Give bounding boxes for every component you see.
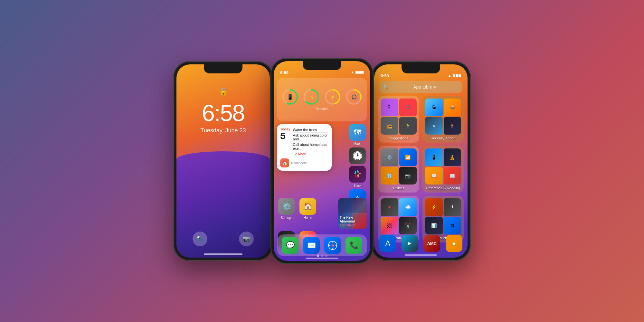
radio-mini: 📻 [381, 117, 398, 135]
podcasts-mini: 🎙 [381, 99, 398, 116]
home-app[interactable]: 🏠 Home [298, 198, 317, 220]
news-mini: 📰 [444, 167, 461, 185]
onepwd-mini: 1 [444, 198, 461, 216]
settings-mini: ⚙️ [381, 148, 398, 166]
music-note-icon: ♪ [363, 200, 365, 204]
appstore-lib-icon: A [379, 235, 396, 252]
lib-status-icons: ▲ ◼◼◼ [448, 73, 461, 78]
batteries-widget: 📱 ✏️ [277, 78, 367, 121]
reeder-lib-icon: ★ [446, 235, 462, 252]
primevideo-lib-app[interactable]: ► [400, 235, 420, 252]
battery-circle-3: ⚡ [324, 89, 341, 105]
folder-reference[interactable]: 📱 🧘 📖 📰 Reference & Reading [422, 146, 464, 193]
mail-dock-app[interactable]: ✉️ [302, 237, 321, 254]
home-bar-middle [306, 258, 338, 259]
lock-time: 6:58 [176, 100, 270, 126]
utilities-label: Utilities [381, 186, 417, 190]
messages-dock-icon: 💬 [282, 237, 298, 254]
reeder-lib-app[interactable]: ★ [444, 235, 464, 252]
weather-mini: 🌤 [425, 99, 443, 116]
icloud-mini: ☁️ [399, 198, 417, 216]
battery-icon-4: 🎧 [351, 94, 357, 99]
wifi-mini: 📶 [399, 148, 417, 166]
reference-apps: 📱 🧘 📖 📰 [425, 148, 461, 185]
home-bar-right [405, 254, 437, 256]
books-mini: 📖 [425, 167, 443, 185]
slack-icon [349, 166, 366, 183]
lock-bottom-icons: 🔦 📷 [176, 232, 270, 246]
maps-app[interactable]: 🗺 Maps [348, 124, 367, 146]
scissors-mini: ✂️ [399, 217, 417, 235]
album-q1 [338, 198, 353, 213]
utilities-apps: ⚙️ 📶 🔢 📷 [381, 148, 417, 185]
fitness2-mini: 🏃 [444, 117, 461, 135]
camera-mini: 📷 [399, 167, 417, 185]
clock-icon-img [349, 147, 366, 164]
applibrary-search-bar[interactable]: 🔍 App Library [379, 81, 462, 93]
svg-rect-17 [354, 173, 356, 174]
lockscreen-screen: 6:58 ● 🔓 6:58 Tuesday, June 23 🔦 📷 [176, 64, 270, 258]
batteries-circles: 📱 ✏️ [279, 89, 365, 105]
map2-mini: 🗓 [444, 217, 461, 235]
slack-app[interactable]: Slack [348, 166, 367, 187]
reminders-footer-row: 🏠 Reminders [280, 158, 328, 167]
reminders-footer-label: Reminders [291, 161, 307, 165]
reference-label: Reference & Reading [425, 186, 461, 190]
svg-rect-20 [357, 176, 358, 178]
suggestions-apps: 🎙 🎵 📻 🏃 [381, 99, 417, 135]
folder-recently-added[interactable]: 🌤 📦 a 🏃 Recently Added [422, 96, 464, 143]
battery-item-2: ✏️ [303, 89, 320, 105]
settings-app[interactable]: ⚙️ Settings [277, 198, 296, 220]
lockscreen-status-bar: 6:58 ● [176, 64, 270, 79]
home-dock: 💬 ✉️ [277, 234, 367, 256]
reminders-header: Today 5 Water the trees Ask about siding… [280, 127, 328, 156]
calc-mini: 🔢 [381, 167, 398, 185]
amc-lib-app[interactable]: AMC [422, 235, 442, 252]
music-title: The New Abnormal [340, 216, 365, 223]
camera-button[interactable]: 📷 [239, 232, 254, 246]
safari-dock-icon [324, 237, 341, 254]
notch-left [204, 64, 242, 73]
batteries-label: Batteries [316, 107, 328, 111]
reminder-item-1: Water the trees [293, 127, 328, 133]
svg-rect-16 [355, 175, 356, 177]
reminders-widget: Today 5 Water the trees Ask about siding… [277, 124, 332, 171]
primevideo-lib-icon: ► [402, 235, 418, 252]
battery-item-1: 📱 [282, 89, 298, 105]
safari-dock-app[interactable] [323, 237, 342, 254]
home-icon: 🏠 [299, 198, 316, 215]
battery-icon-1: 📱 [287, 94, 293, 100]
flashlight-button[interactable]: 🔦 [193, 232, 207, 246]
svg-rect-19 [359, 173, 361, 174]
amc-lib-icon: AMC [423, 235, 440, 252]
reminders-more: +2 More [293, 151, 328, 156]
wordie-mini: a [425, 117, 443, 135]
meditation-mini: 🧘 [444, 148, 461, 166]
applibrary-search-text: App Library [391, 84, 459, 90]
homescreen-screen: 6:59 ▲ ◼◼◼ 📱 [274, 61, 370, 261]
battery-icon-2: ✏️ [309, 95, 314, 99]
home-status-time: 6:59 [280, 70, 289, 75]
clips-mini: 📦 [444, 99, 461, 116]
phone-dock-app[interactable]: 📞 [344, 237, 364, 254]
settings-label: Settings [281, 216, 292, 220]
music-widget[interactable]: ♪ The New Abnormal The Strokes Music [338, 198, 367, 229]
suggestions-label: Suggestions [381, 136, 417, 140]
maps-icon: 🗺 [349, 124, 366, 141]
right-app-column: 🗺 Maps Clock [348, 124, 367, 169]
tempo-mini: 📊 [425, 217, 443, 235]
battery-circle-2: ✏️ [303, 89, 320, 105]
reminders-home-icon: 🏠 [280, 158, 289, 167]
messages-dock-app[interactable]: 💬 [280, 237, 300, 254]
ipad-mini: 📱 [425, 148, 443, 166]
phone-applibrary: 6:59 ▲ ◼◼◼ 🔍 App Library 🎙 🎵 📻 🏃 [371, 61, 471, 261]
battery-icon-3: ⚡ [330, 94, 336, 99]
folder-suggestions[interactable]: 🎙 🎵 📻 🏃 Suggestions [378, 96, 419, 143]
recently-added-label: Recently Added [425, 136, 461, 140]
reminder-item-2: Ask about siding color and... [293, 133, 328, 142]
appstore-lib-app[interactable]: A [378, 235, 398, 252]
search-icon: 🔍 [383, 85, 388, 90]
library-bottom-row: A ► AMC ★ [378, 235, 464, 252]
lock-icon: 🔓 [219, 88, 228, 96]
folder-utilities[interactable]: ⚙️ 📶 🔢 📷 Utilities [378, 146, 419, 193]
